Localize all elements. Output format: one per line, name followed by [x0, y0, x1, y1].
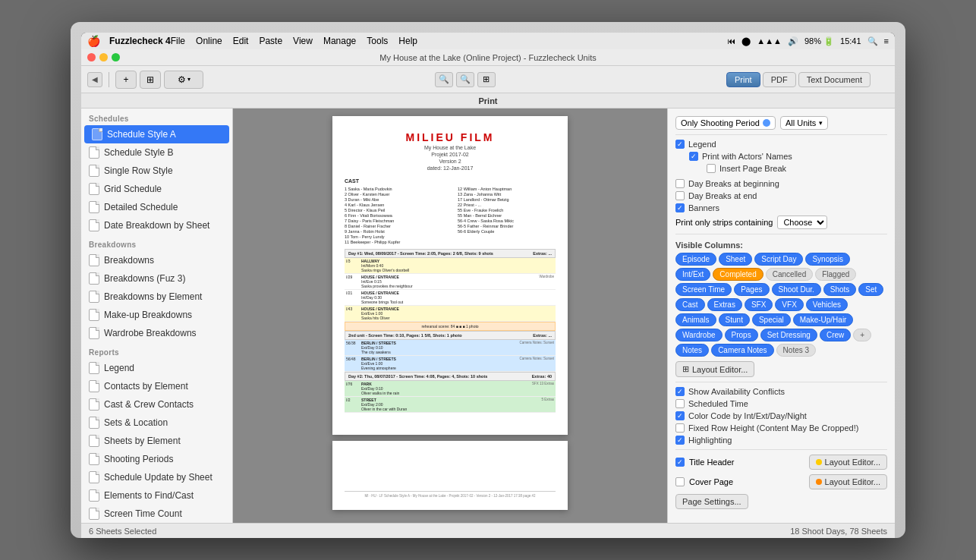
sidebar-item-breakdowns-fuz3[interactable]: Breakdowns (Fuz 3) — [81, 269, 232, 288]
sheet-button[interactable]: ⊞ — [140, 71, 161, 89]
tag-screen-time[interactable]: Screen Time — [675, 283, 732, 296]
legend-checkbox-row[interactable]: Legend — [675, 140, 887, 149]
sidebar-item-schedule-update[interactable]: Schedule Update by Sheet — [81, 468, 232, 486]
print-button[interactable]: Print — [726, 72, 760, 87]
tag-extras[interactable]: Extras — [707, 298, 742, 311]
tag-shoot-dur[interactable]: Shoot Dur. — [772, 283, 821, 296]
sidebar-item-breakdowns-by-element[interactable]: Breakdowns by Element — [81, 288, 232, 306]
zoom-in-button[interactable]: 🔍 — [456, 72, 474, 87]
title-layout-editor-button[interactable]: Layout Editor... — [809, 455, 887, 470]
sidebar-item-breakdowns[interactable]: Breakdowns — [81, 251, 232, 269]
tag-makeup-hair[interactable]: Make-Up/Hair — [793, 313, 854, 326]
banners-checkbox[interactable] — [675, 203, 685, 212]
sidebar-item-detailed-schedule[interactable]: Detailed Schedule — [81, 198, 232, 216]
scheduled-time-checkbox[interactable] — [675, 399, 685, 408]
menubar-menu[interactable]: ≡ — [884, 36, 889, 46]
insert-page-break-checkbox-row[interactable]: Insert Page Break — [707, 164, 786, 173]
pdf-button[interactable]: PDF — [763, 72, 796, 87]
sidebar-item-date-breakdown[interactable]: Date Breakdown by Sheet — [81, 216, 232, 234]
cover-page-checkbox[interactable] — [675, 477, 685, 486]
tag-cancelled[interactable]: Cancelled — [766, 268, 813, 281]
tag-vehicles[interactable]: Vehicles — [806, 298, 848, 311]
gear-button[interactable]: ⚙ ▾ — [164, 71, 203, 89]
menu-tools[interactable]: Tools — [367, 36, 388, 46]
tag-cast[interactable]: Cast — [675, 298, 705, 311]
menu-online[interactable]: Online — [196, 36, 222, 46]
sidebar-item-schedule-style-a[interactable]: Schedule Style A — [84, 125, 229, 143]
fixed-row-height-checkbox[interactable] — [675, 423, 685, 433]
tag-flagged[interactable]: Flagged — [815, 268, 856, 281]
sidebar-item-contacts-by-element[interactable]: Contacts by Element — [81, 377, 232, 395]
tag-wardrobe[interactable]: Wardrobe — [675, 329, 723, 341]
availability-conflicts-checkbox[interactable] — [675, 387, 685, 396]
tag-pages[interactable]: Pages — [734, 283, 769, 296]
app-name-menu[interactable]: Fuzzlecheck 4 — [109, 36, 171, 46]
tag-completed[interactable]: Completed — [713, 268, 763, 281]
tag-set[interactable]: Set — [858, 283, 883, 296]
tag-episode[interactable]: Episode — [675, 253, 716, 266]
page-settings-button[interactable]: Page Settings... — [675, 494, 748, 509]
layout-editor-button[interactable]: ⊞ Layout Editor... — [675, 361, 754, 377]
menu-edit[interactable]: Edit — [233, 36, 249, 46]
menu-file[interactable]: File — [171, 36, 185, 46]
tag-crew[interactable]: Crew — [820, 329, 851, 341]
day-breaks-end-checkbox[interactable] — [675, 191, 685, 200]
add-button[interactable]: + — [115, 71, 137, 89]
menubar-search[interactable]: 🔍 — [867, 36, 878, 46]
fixed-row-height-row[interactable]: Fixed Row Height (Content May Be Cropped… — [675, 423, 887, 433]
sidebar-item-schedule-style-b[interactable]: Schedule Style B — [81, 143, 232, 162]
availability-conflicts-row[interactable]: Show Availability Conflicts — [675, 387, 887, 396]
sidebar-toggle[interactable]: ◀ — [87, 72, 102, 87]
title-header-checkbox[interactable] — [675, 458, 685, 467]
tag-plus[interactable]: + — [853, 329, 871, 341]
highlighting-row[interactable]: Highlighting — [675, 436, 887, 445]
sidebar-item-screen-time-count[interactable]: Screen Time Count — [81, 505, 232, 523]
color-code-row[interactable]: Color Code by Int/Ext/Day/Night — [675, 411, 887, 420]
text-document-button[interactable]: Text Document — [798, 72, 871, 87]
day-breaks-end-row[interactable]: Day Breaks at end — [675, 191, 887, 200]
sidebar-item-cast-crew-contacts[interactable]: Cast & Crew Contacts — [81, 395, 232, 414]
sidebar-item-sheets-by-element[interactable]: Sheets by Element — [81, 432, 232, 450]
highlighting-checkbox[interactable] — [675, 436, 685, 445]
banners-row[interactable]: Banners — [675, 203, 887, 212]
sidebar-item-sets-location[interactable]: Sets & Location — [81, 414, 232, 432]
tag-shots[interactable]: Shots — [823, 283, 857, 296]
print-strips-select[interactable]: Choose — [777, 216, 827, 229]
zoom-fit-button[interactable]: ⊞ — [477, 72, 496, 87]
sidebar-item-elements-find[interactable]: Elements to Find/Cast — [81, 486, 232, 505]
day-breaks-beginning-row[interactable]: Day Breaks at beginning — [675, 179, 887, 188]
sidebar-item-shooting-periods[interactable]: Shooting Periods — [81, 450, 232, 468]
shooting-period-filter[interactable]: Only Shooting Period — [675, 116, 776, 130]
tag-synopsis[interactable]: Synopsis — [805, 253, 850, 266]
tag-special[interactable]: Special — [752, 313, 791, 326]
doc-preview[interactable]: MILIEU FILM My House at the Lake Projekt… — [233, 109, 667, 523]
tag-script-day[interactable]: Script Day — [754, 253, 803, 266]
sidebar-item-legend[interactable]: Legend — [81, 359, 232, 377]
zoom-out-button[interactable]: 🔍 — [435, 72, 453, 87]
sidebar-item-grid-schedule[interactable]: Grid Schedule — [81, 180, 232, 198]
color-code-checkbox[interactable] — [675, 411, 685, 420]
legend-checkbox[interactable] — [675, 140, 685, 149]
cover-layout-editor-button[interactable]: Layout Editor... — [809, 474, 887, 489]
menu-help[interactable]: Help — [398, 36, 417, 46]
scheduled-time-row[interactable]: Scheduled Time — [675, 399, 887, 408]
print-actors-checkbox[interactable] — [689, 152, 698, 161]
minimize-button[interactable] — [99, 53, 108, 61]
menu-manage[interactable]: Manage — [323, 36, 356, 46]
sidebar-item-single-row-style[interactable]: Single Row Style — [81, 162, 232, 180]
sidebar-item-makeup-breakdowns[interactable]: Make-up Breakdowns — [81, 306, 232, 324]
insert-page-break-checkbox[interactable] — [707, 164, 716, 173]
tag-vfx[interactable]: VFX — [775, 298, 803, 311]
tag-int-ext[interactable]: Int/Ext — [675, 268, 710, 281]
day-breaks-beginning-checkbox[interactable] — [675, 179, 685, 188]
tag-animals[interactable]: Animals — [675, 313, 716, 326]
sidebar-item-wardrobe-breakdowns[interactable]: Wardrobe Breakdowns — [81, 324, 232, 342]
tag-notes[interactable]: Notes — [675, 344, 709, 357]
menu-paste[interactable]: Paste — [259, 36, 282, 46]
tag-notes-3[interactable]: Notes 3 — [776, 344, 816, 357]
tag-props[interactable]: Props — [725, 329, 758, 341]
apple-menu[interactable]: 🍎 — [87, 35, 100, 47]
tag-camera-notes[interactable]: Camera Notes — [711, 344, 773, 357]
menu-view[interactable]: View — [293, 36, 313, 46]
tag-set-dressing[interactable]: Set Dressing — [760, 329, 817, 341]
